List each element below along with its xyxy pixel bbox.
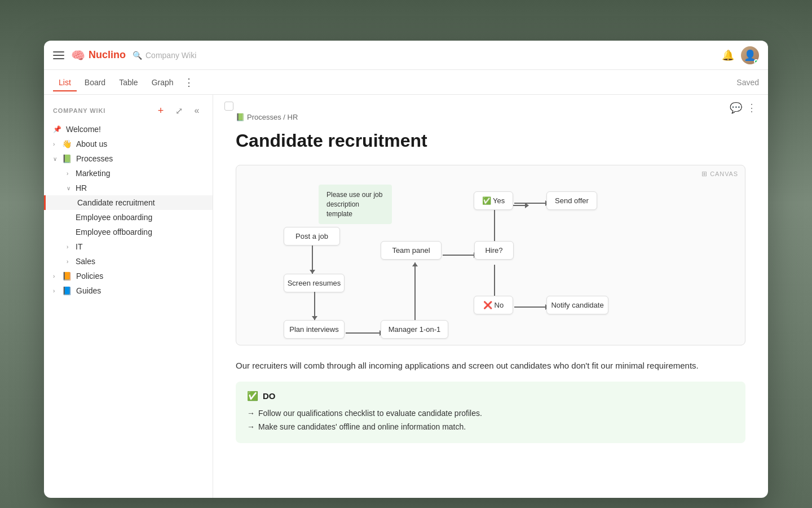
chevron-right-icon: › [67, 170, 73, 177]
nav-tabs: List Board Table Graph ⋮ Saved [44, 70, 768, 95]
comment-icon[interactable]: 💬 [730, 102, 742, 114]
sidebar-item-label: IT [76, 242, 193, 251]
sidebar-item-about-us[interactable]: › 👋 About us 📄 [44, 137, 213, 151]
do-item-text-2: Make sure candidates' offline and online… [258, 421, 466, 434]
flow-node-yes-label: ✅ Yes [474, 191, 513, 210]
flow-node-screen-resumes: Screen resumes [284, 274, 345, 292]
topbar: 🧠 Nuclino 🔍 Company Wiki 🔔 👤 [44, 41, 768, 70]
logo-text: Nuclino [89, 49, 126, 61]
sidebar-item-label: About us [76, 139, 193, 148]
sidebar-item-label: Candidate recruitment [77, 198, 204, 207]
chevron-right-icon: › [53, 273, 60, 279]
online-status-dot [754, 59, 758, 64]
arrow-post-to-screen [312, 246, 313, 274]
policies-icon: 📙 [62, 271, 72, 281]
avatar[interactable]: 👤 [741, 46, 759, 64]
pin-icon: 📌 [53, 125, 61, 133]
sidebar-item-marketing[interactable]: › Marketing 📄 [44, 166, 213, 181]
search-icon: 🔍 [133, 51, 142, 60]
sidebar-item-employee-offboarding[interactable]: Employee offboarding [44, 225, 213, 239]
breadcrumb-path: Processes / HR [247, 113, 298, 121]
sidebar-item-candidate-recruitment[interactable]: Candidate recruitment [44, 195, 213, 210]
search-bar[interactable]: 🔍 Company Wiki [133, 51, 302, 60]
do-item-2: → Make sure candidates' offline and onli… [247, 421, 734, 434]
expand-icon[interactable]: ⤢ [172, 104, 186, 117]
topbar-right: 🔔 👤 [722, 46, 759, 64]
do-box: ✅ DO → Follow our qualifications checkli… [236, 382, 745, 443]
arrow-plan-to-manager [346, 330, 383, 336]
sidebar-item-label: Policies [76, 271, 193, 281]
flow-node-send-offer: Send offer [546, 191, 597, 210]
about-us-icon: 👋 [62, 139, 72, 148]
flow-node-no-label: ❌ No [474, 296, 513, 314]
chevron-down-icon: ∨ [53, 156, 60, 162]
collapse-sidebar-icon[interactable]: « [190, 104, 204, 117]
flow-node-notify-candidate: Notify candidate [546, 296, 608, 314]
flow-node-post-job: Post a job [284, 227, 340, 246]
search-placeholder: Company Wiki [145, 51, 196, 60]
chevron-right-icon: › [67, 244, 73, 250]
flow-node-manager-1on1: Manager 1-on-1 [381, 320, 448, 339]
body-text: Our recruiters will comb through all inc… [236, 359, 745, 373]
add-item-button[interactable]: + [154, 104, 167, 117]
sidebar-item-welcome[interactable]: 📌 Welcome! 📄 [44, 122, 213, 137]
sidebar-item-label: Guides [76, 286, 193, 295]
sidebar-item-it[interactable]: › IT 📄 [44, 239, 213, 254]
sidebar-actions: + ⤢ « [154, 104, 204, 117]
sidebar-item-label: Employee onboarding [76, 213, 204, 222]
more-tabs-icon[interactable]: ⋮ [182, 76, 196, 89]
sidebar-header: COMPANY WIKI + ⤢ « [44, 102, 213, 122]
check-circle-icon: ✅ [247, 391, 258, 401]
sidebar-item-label: Marketing [76, 169, 193, 178]
sidebar-title: COMPANY WIKI [53, 107, 105, 114]
do-title-text: DO [263, 391, 276, 401]
sidebar-item-label: Sales [76, 257, 193, 266]
flow-node-plan-interviews: Plan interviews [284, 320, 345, 339]
guides-icon: 📘 [62, 286, 72, 295]
sidebar-item-hr[interactable]: ∨ HR 📄 [44, 181, 213, 195]
bell-icon[interactable]: 🔔 [722, 49, 734, 62]
arrow-hire-to-no-vert [494, 265, 495, 296]
sidebar-item-label: Processes [76, 154, 193, 163]
do-title: ✅ DO [247, 391, 734, 401]
page-checkbox-area [224, 102, 233, 111]
page-checkbox[interactable] [224, 102, 233, 111]
sidebar-item-guides[interactable]: › 📘 Guides 📄 [44, 283, 213, 298]
sidebar-item-processes[interactable]: ∨ 📗 Processes 📄 [44, 151, 213, 166]
canvas-label-text: CANVAS [710, 170, 738, 177]
logo[interactable]: 🧠 Nuclino [71, 49, 126, 62]
chevron-right-icon: › [53, 141, 60, 147]
sidebar-item-sales[interactable]: › Sales 📄 [44, 254, 213, 269]
chevron-right-icon: › [53, 288, 60, 294]
tab-board[interactable]: Board [79, 75, 111, 91]
page-title: Candidate recruitment [236, 130, 745, 151]
tab-list[interactable]: List [53, 75, 77, 91]
arrow-manager-to-team [414, 262, 416, 320]
canvas-icon: ⊞ [701, 170, 708, 178]
sidebar: COMPANY WIKI + ⤢ « 📌 Welcome! 📄 › 👋 Abou… [44, 95, 213, 498]
main-layout: COMPANY WIKI + ⤢ « 📌 Welcome! 📄 › 👋 Abou… [44, 95, 768, 498]
breadcrumb: 📗 Processes / HR [236, 113, 745, 121]
more-options-icon[interactable]: ⋮ [747, 102, 757, 114]
arrow-no-to-notify [514, 304, 549, 310]
chevron-down-icon: ∨ [67, 185, 73, 191]
app-window: 🧠 Nuclino 🔍 Company Wiki 🔔 👤 List Board … [44, 41, 768, 498]
chevron-right-icon: › [67, 259, 73, 265]
canvas-label: ⊞ CANVAS [701, 170, 738, 178]
content-header-actions: 💬 ⋮ [730, 102, 757, 114]
tab-table[interactable]: Table [113, 75, 143, 91]
flow-node-team-panel: Team panel [381, 241, 442, 260]
sidebar-item-policies[interactable]: › 📙 Policies 📄 [44, 269, 213, 283]
sidebar-item-employee-onboarding[interactable]: Employee onboarding [44, 210, 213, 225]
sidebar-item-label: HR [76, 183, 193, 192]
canvas-container: ⊞ CANVAS Please use our job description … [236, 165, 745, 345]
logo-brain-icon: 🧠 [71, 49, 85, 62]
arrow-screen-to-plan [314, 292, 315, 320]
menu-icon[interactable] [53, 51, 64, 59]
arrow-bullet-icon: → [247, 407, 255, 421]
tab-graph[interactable]: Graph [146, 75, 179, 91]
arrow-yes-to-send [514, 200, 549, 206]
flow-node-hire: Hire? [474, 241, 514, 260]
content-area: 💬 ⋮ 📗 Processes / HR Candidate recruitme… [213, 95, 768, 498]
breadcrumb-icon: 📗 [236, 113, 245, 121]
